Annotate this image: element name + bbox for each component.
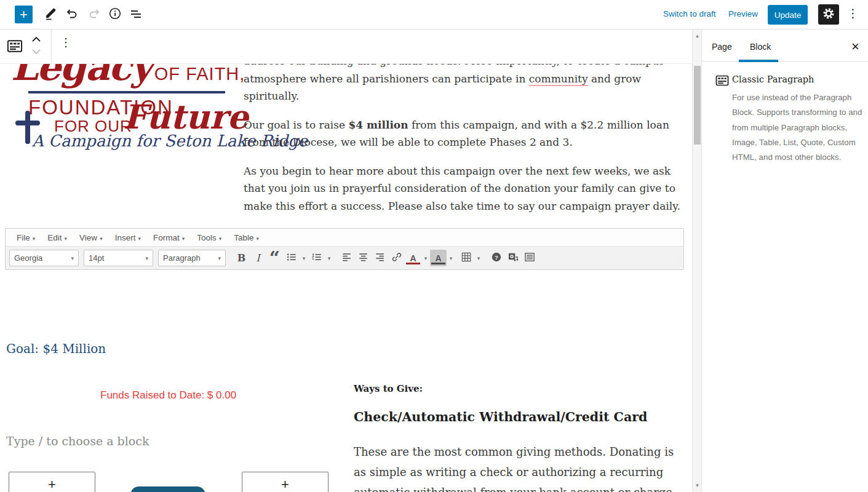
details-button[interactable] xyxy=(107,7,123,23)
font-family-select[interactable]: Georgia▾ xyxy=(9,250,79,266)
block-format-select[interactable]: Paragraph▾ xyxy=(158,250,226,266)
logo-divider-line xyxy=(28,91,225,93)
svg-text:?: ? xyxy=(495,253,498,260)
move-down-button[interactable] xyxy=(30,47,43,58)
toolbar-separator xyxy=(51,30,52,63)
menu-insert[interactable]: Insert▾ xyxy=(109,233,147,242)
close-icon[interactable]: × xyxy=(851,39,859,55)
chevron-down-icon: ▾ xyxy=(218,255,221,261)
numbered-list-caret[interactable]: ▾ xyxy=(325,250,333,266)
tab-page[interactable]: Page xyxy=(712,42,732,52)
editor-toolbar-row: Georgia▾ 14pt▾ Paragraph▾ B I “ ▾ xyxy=(6,247,683,269)
teal-button-partial[interactable] xyxy=(130,486,205,492)
move-up-button[interactable] xyxy=(30,34,43,46)
update-button[interactable]: Update xyxy=(768,5,808,25)
document-text[interactable]: address our building and grounds needs. … xyxy=(244,52,684,226)
giving-methods-paragraph[interactable]: These are the most common giving methods… xyxy=(354,442,689,492)
add-block-icon: + xyxy=(242,472,328,492)
numbered-list-button[interactable] xyxy=(308,250,325,266)
add-block-appender-left[interactable]: + xyxy=(9,472,95,492)
table-grid-icon xyxy=(460,251,472,266)
menu-format[interactable]: Format▾ xyxy=(147,233,191,242)
bullet-list-button[interactable] xyxy=(283,250,300,266)
chevron-down-icon: ▾ xyxy=(219,236,222,242)
add-block-appender-right[interactable]: + xyxy=(242,472,328,492)
undo-button[interactable] xyxy=(64,7,80,23)
classic-block-icon xyxy=(6,46,23,57)
chevron-down-icon: ▾ xyxy=(182,236,185,242)
block-card-description: For use instead of the Paragraph Block. … xyxy=(732,90,866,165)
paragraph-goal: Our goal is to raise $4 million from thi… xyxy=(244,116,684,151)
settings-button[interactable] xyxy=(818,4,839,25)
add-media-button[interactable] xyxy=(504,250,521,266)
chevron-down-icon: ▾ xyxy=(65,236,68,242)
pencil-icon xyxy=(44,6,58,23)
help-icon: ? xyxy=(490,251,503,266)
chevron-down-icon: ▾ xyxy=(138,236,141,242)
align-center-icon xyxy=(357,251,370,266)
table-button[interactable] xyxy=(458,250,474,266)
scroll-up-icon[interactable]: ▲ xyxy=(693,31,702,41)
goal-text[interactable]: Goal: $4 Million xyxy=(6,341,106,356)
help-button[interactable]: ? xyxy=(488,250,504,266)
info-icon xyxy=(108,6,122,23)
toolbar-toggle-button[interactable] xyxy=(521,250,538,266)
bold-button[interactable]: B xyxy=(233,250,250,266)
list-view-icon xyxy=(129,6,143,23)
menu-edit[interactable]: Edit▾ xyxy=(41,233,73,242)
ways-to-give-label[interactable]: Ways to Give: xyxy=(354,383,423,394)
campaign-logo: Legacy OF FAITH, FOUNDATION FOR OUR Futu… xyxy=(6,53,228,151)
block-card-title: Classic Paragraph xyxy=(732,74,814,84)
bullet-list-caret[interactable]: ▾ xyxy=(300,250,308,266)
menu-view[interactable]: View▾ xyxy=(73,233,109,242)
text-color-button[interactable]: A xyxy=(405,250,421,266)
undo-icon xyxy=(65,6,79,23)
font-size-select[interactable]: 14pt▾ xyxy=(84,250,153,266)
chevron-up-icon xyxy=(31,34,42,46)
align-center-button[interactable] xyxy=(355,250,372,266)
logo-of-faith-text: OF FAITH, xyxy=(154,64,245,84)
preview-link[interactable]: Preview xyxy=(728,9,758,18)
table-caret[interactable]: ▾ xyxy=(474,250,483,266)
add-block-icon: + xyxy=(9,472,95,492)
content-scrollbar[interactable]: ▲ ▼ xyxy=(692,30,701,492)
link-icon xyxy=(391,251,403,266)
list-view-button[interactable] xyxy=(128,7,144,23)
block-inserter-button[interactable]: + xyxy=(15,6,33,23)
background-color-caret[interactable]: ▾ xyxy=(447,250,455,266)
media-icon xyxy=(507,251,519,266)
sidebar-tabs: Page Block × xyxy=(702,30,868,62)
blockquote-button[interactable]: “ xyxy=(266,250,283,266)
classic-block-button[interactable] xyxy=(6,38,23,55)
chevron-down-icon: ▾ xyxy=(100,236,103,242)
chevron-down-icon: ▾ xyxy=(33,236,36,242)
giving-methods-heading[interactable]: Check/Automatic Withdrawal/Credit Card xyxy=(354,410,647,424)
settings-sidebar: Page Block × Classic Paragraph For use i… xyxy=(701,30,868,492)
bullet-list-icon xyxy=(285,251,298,266)
chevron-down-icon: ▾ xyxy=(145,255,148,261)
menu-file[interactable]: File▾ xyxy=(10,233,41,242)
tools-button[interactable] xyxy=(43,7,59,23)
options-menu-button[interactable]: ⋮ xyxy=(847,6,858,20)
link-button[interactable] xyxy=(388,250,405,266)
chevron-down-icon: ▾ xyxy=(71,255,74,261)
switch-to-draft-link[interactable]: Switch to draft xyxy=(663,9,716,18)
tab-block[interactable]: Block xyxy=(750,42,771,52)
align-left-icon xyxy=(341,251,353,266)
align-right-icon xyxy=(374,251,386,266)
chevron-down-icon xyxy=(31,47,42,58)
text-color-caret[interactable]: ▾ xyxy=(421,250,430,266)
empty-block-placeholder[interactable]: Type / to choose a block xyxy=(6,434,149,448)
align-left-button[interactable] xyxy=(338,250,355,266)
redo-button[interactable] xyxy=(86,7,102,23)
block-options-button[interactable]: ⋮ xyxy=(60,36,71,49)
italic-button[interactable]: I xyxy=(250,250,266,266)
menu-table[interactable]: Table▾ xyxy=(228,233,265,242)
scrollbar-thumb[interactable] xyxy=(694,66,701,145)
background-color-button[interactable]: A xyxy=(430,250,447,266)
menu-tools[interactable]: Tools▾ xyxy=(191,233,228,242)
scroll-down-icon[interactable]: ▼ xyxy=(693,480,702,490)
funds-raised-text[interactable]: Funds Raised to Date: $ 0.00 xyxy=(100,389,236,402)
classic-editor-toolbar: File▾ Edit▾ View▾ Insert▾ Format▾ Tools▾… xyxy=(5,228,684,270)
align-right-button[interactable] xyxy=(372,250,388,266)
